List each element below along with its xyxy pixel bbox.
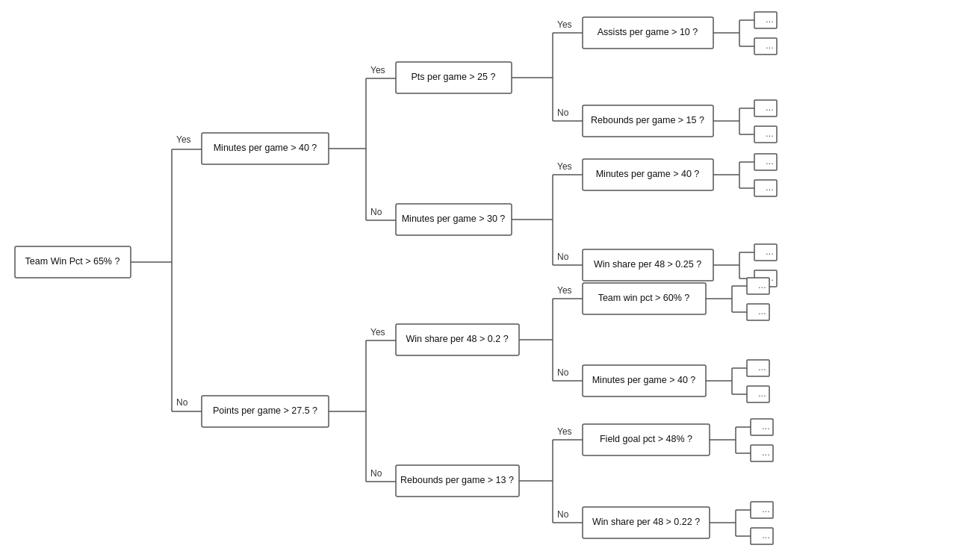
l1-yes-no-label: No (370, 207, 382, 217)
root-label: Team Win Pct > 65% ? (25, 256, 120, 267)
l3-4-label: Win share per 48 > 0.25 ? (594, 259, 701, 270)
dots-l3-5-no: ... (758, 305, 766, 317)
l3-7-label: Field goal pct > 48% ? (600, 434, 692, 444)
dots-l3-2-yes: ... (766, 102, 774, 113)
l3-3-label: Minutes per game > 40 ? (596, 169, 700, 179)
decision-tree: Team Win Pct > 65% ? Yes No Minutes per … (0, 0, 965, 560)
l2-yn-no-label: No (557, 252, 569, 262)
l1-yes-label: Minutes per game > 40 ? (214, 143, 317, 153)
l1-no-no-label: No (370, 468, 382, 479)
root-yes-label: Yes (176, 134, 191, 145)
l1-no-yes-label: Yes (370, 327, 385, 337)
l3-6-label: Minutes per game > 40 ? (592, 375, 696, 385)
l3-5-label: Team win pct > 60% ? (598, 293, 690, 303)
dots-l3-1-yes: ... (766, 13, 774, 25)
dots-l3-7-no: ... (762, 447, 770, 458)
l2-yy-yes-label: Yes (557, 19, 572, 30)
dots-l3-2-no: ... (766, 128, 774, 139)
dots-l3-6-yes: ... (758, 361, 766, 373)
l2-ny-no-label: No (557, 367, 569, 378)
l2-nn-label: Rebounds per game > 13 ? (400, 475, 514, 485)
dots-l3-3-no: ... (766, 181, 774, 193)
l2-yn-yes-label: Yes (557, 161, 572, 172)
dots-l3-1-no: ... (766, 40, 774, 51)
l2-yy-label: Pts per game > 25 ? (412, 72, 496, 82)
dots-l3-5-yes: ... (758, 279, 766, 290)
l2-ny-yes-label: Yes (557, 285, 572, 296)
l3-2-label: Rebounds per game > 15 ? (591, 115, 704, 125)
l3-8-label: Win share per 48 > 0.22 ? (592, 517, 700, 527)
l2-ny-label: Win share per 48 > 0.2 ? (406, 334, 508, 344)
l1-yes-yes-label: Yes (370, 65, 385, 75)
l3-1-label: Assists per game > 10 ? (598, 27, 698, 37)
dots-l3-4-yes: ... (766, 246, 774, 257)
root-no-label: No (176, 397, 188, 408)
l2-nn-no-label: No (557, 509, 569, 520)
dots-l3-3-yes: ... (766, 155, 774, 167)
dots-l3-8-yes: ... (762, 503, 770, 514)
dots-l3-8-no: ... (762, 529, 770, 541)
l2-yn-label: Minutes per game > 30 ? (402, 214, 506, 224)
l1-no-label: Points per game > 27.5 ? (213, 405, 317, 416)
l2-yy-no-label: No (557, 108, 569, 118)
dots-l3-6-no: ... (758, 388, 766, 399)
l2-nn-yes-label: Yes (557, 426, 572, 437)
dots-l3-7-yes: ... (762, 420, 770, 432)
